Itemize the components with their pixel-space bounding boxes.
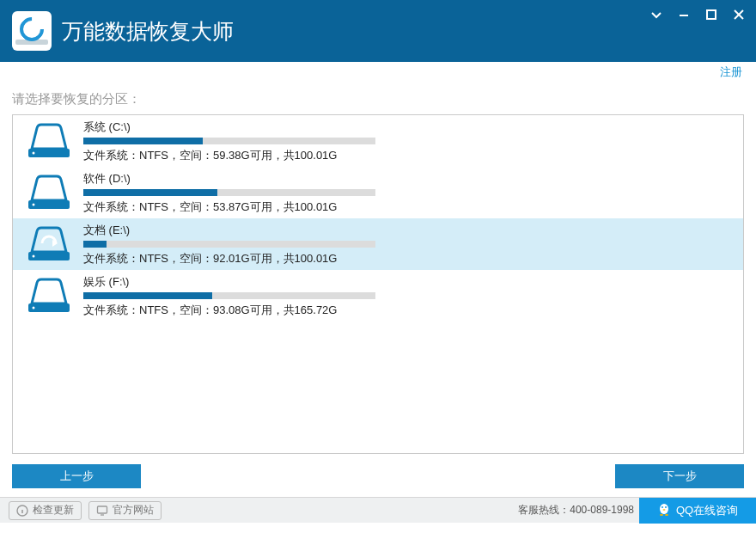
official-site-label: 官方网站 <box>113 503 154 518</box>
svg-rect-15 <box>98 506 107 513</box>
partition-info: 文档 (E:\) 文件系统：NTFS，空间：92.01G可用，共100.01G <box>83 223 729 266</box>
partition-detail: 文件系统：NTFS，空间：59.38G可用，共100.01G <box>83 148 729 163</box>
qq-consult-button[interactable]: QQ在线咨询 <box>639 498 756 524</box>
svg-point-23 <box>665 514 668 516</box>
title-bar: 万能数据恢复大师 <box>0 0 756 62</box>
app-title: 万能数据恢复大师 <box>62 17 234 46</box>
app-logo-icon <box>12 11 52 51</box>
svg-point-11 <box>33 307 35 309</box>
sub-bar: 注册 <box>0 62 756 83</box>
partition-detail: 文件系统：NTFS，空间：93.08G可用，共165.72G <box>83 303 729 318</box>
partition-info: 娱乐 (F:\) 文件系统：NTFS，空间：93.08G可用，共165.72G <box>83 274 729 318</box>
partition-name: 软件 (D:\) <box>83 171 729 187</box>
usage-bar <box>83 241 375 248</box>
svg-point-22 <box>660 514 663 516</box>
svg-point-18 <box>662 507 667 513</box>
nav-row: 上一步 下一步 <box>0 454 756 497</box>
svg-point-19 <box>662 506 663 508</box>
drive-icon <box>27 226 71 262</box>
minimize-button[interactable] <box>672 5 696 24</box>
dropdown-icon[interactable] <box>644 5 668 24</box>
partition-detail: 文件系统：NTFS，空间：53.87G可用，共100.01G <box>83 199 729 215</box>
info-icon <box>16 505 28 517</box>
maximize-button[interactable] <box>699 5 723 24</box>
svg-point-5 <box>33 152 35 155</box>
partition-row[interactable]: 软件 (D:\) 文件系统：NTFS，空间：53.87G可用，共100.01G <box>13 167 743 218</box>
check-update-label: 检查更新 <box>33 503 74 518</box>
usage-bar <box>83 189 375 196</box>
partition-info: 系统 (C:\) 文件系统：NTFS，空间：59.38G可用，共100.01G <box>83 119 729 163</box>
footer-bar: 检查更新 官方网站 客服热线：400-089-1998 QQ在线咨询 <box>0 497 756 523</box>
partition-row[interactable]: 文档 (E:\) 文件系统：NTFS，空间：92.01G可用，共100.01G <box>13 218 743 270</box>
partition-info: 软件 (D:\) 文件系统：NTFS，空间：53.87G可用，共100.01G <box>83 171 729 215</box>
check-update-button[interactable]: 检查更新 <box>9 501 82 520</box>
qq-penguin-icon <box>657 502 671 520</box>
official-site-button[interactable]: 官方网站 <box>88 501 162 520</box>
register-link[interactable]: 注册 <box>720 64 742 80</box>
svg-point-7 <box>33 204 35 206</box>
partition-row[interactable]: 系统 (C:\) 文件系统：NTFS，空间：59.38G可用，共100.01G <box>13 115 743 167</box>
prev-button[interactable]: 上一步 <box>12 464 141 488</box>
usage-bar <box>83 292 375 299</box>
svg-point-20 <box>665 506 667 508</box>
hotline-text: 客服热线：400-089-1998 <box>518 503 634 518</box>
svg-point-21 <box>662 509 665 511</box>
svg-point-9 <box>33 255 35 258</box>
monitor-icon <box>96 505 108 517</box>
usage-fill <box>83 189 217 196</box>
usage-fill <box>83 241 107 248</box>
partition-list: 系统 (C:\) 文件系统：NTFS，空间：59.38G可用，共100.01G … <box>12 114 744 454</box>
usage-fill <box>83 292 212 299</box>
partition-name: 系统 (C:\) <box>83 119 729 135</box>
partition-row[interactable]: 娱乐 (F:\) 文件系统：NTFS，空间：93.08G可用，共165.72G <box>13 270 743 322</box>
usage-bar <box>83 138 375 144</box>
partition-detail: 文件系统：NTFS，空间：92.01G可用，共100.01G <box>83 251 729 266</box>
close-button[interactable] <box>727 5 751 24</box>
next-button[interactable]: 下一步 <box>615 464 744 488</box>
partition-name: 文档 (E:\) <box>83 223 729 238</box>
window-controls <box>644 5 751 24</box>
svg-rect-1 <box>707 10 716 19</box>
drive-icon <box>27 123 71 159</box>
qq-consult-label: QQ在线咨询 <box>676 503 738 518</box>
drive-icon <box>27 278 71 314</box>
prompt-text: 请选择要恢复的分区： <box>12 91 744 107</box>
drive-icon <box>27 175 71 211</box>
partition-name: 娱乐 (F:\) <box>83 274 729 290</box>
usage-fill <box>83 138 203 144</box>
